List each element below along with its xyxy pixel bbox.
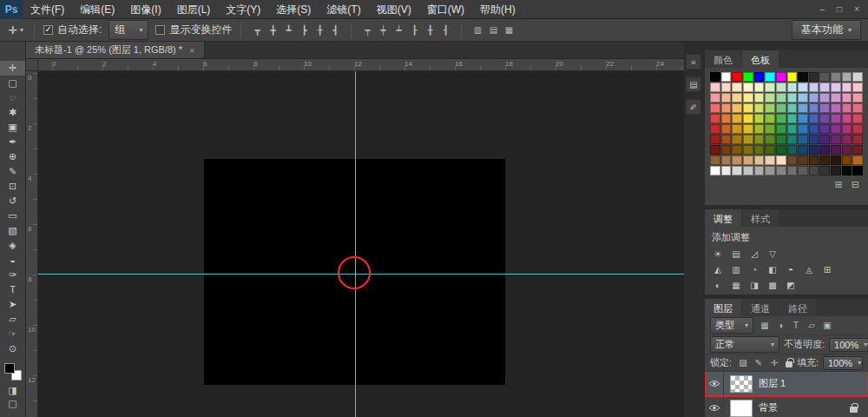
properties-panel-icon[interactable]: ✐ bbox=[686, 99, 701, 115]
color-swatch[interactable] bbox=[743, 156, 753, 165]
distribute-left-edges-icon[interactable]: ┠ bbox=[407, 23, 421, 37]
color-swatch[interactable] bbox=[754, 135, 765, 144]
shape-filter-icon[interactable]: ▱ bbox=[805, 319, 819, 333]
color-swatch[interactable] bbox=[776, 166, 786, 175]
gradient-map-icon[interactable]: ▩ bbox=[765, 279, 780, 292]
align-left-edges-icon[interactable]: ┣ bbox=[297, 23, 311, 37]
color-swatch[interactable] bbox=[809, 145, 819, 155]
color-swatch[interactable] bbox=[798, 145, 808, 155]
distribute-bottom-edges-icon[interactable]: ┷ bbox=[391, 23, 405, 37]
distribute-vertical-centers-icon[interactable]: ┿ bbox=[376, 23, 390, 37]
selective-color-icon[interactable]: ◩ bbox=[783, 279, 799, 292]
lock-transparent-pixels-icon[interactable]: ▨ bbox=[736, 356, 750, 370]
color-swatch[interactable] bbox=[819, 156, 830, 165]
color-swatch[interactable] bbox=[732, 103, 742, 113]
color-swatch[interactable] bbox=[787, 156, 798, 165]
marquee-tool[interactable]: ▢ bbox=[0, 76, 25, 90]
type-filter-icon[interactable]: T bbox=[789, 319, 803, 333]
color-swatch[interactable] bbox=[798, 156, 808, 165]
color-swatch[interactable] bbox=[852, 72, 863, 82]
checkbox-box[interactable]: ✓ bbox=[43, 25, 53, 35]
color-swatch[interactable] bbox=[842, 114, 852, 123]
color-swatch[interactable] bbox=[809, 135, 819, 144]
history-panel-icon[interactable]: ▤ bbox=[686, 76, 701, 92]
color-swatch[interactable] bbox=[732, 72, 742, 82]
color-swatch[interactable] bbox=[787, 83, 798, 92]
tab-layers[interactable]: 图层 bbox=[705, 299, 741, 316]
color-swatch[interactable] bbox=[819, 93, 830, 103]
color-swatch[interactable] bbox=[732, 83, 742, 92]
auto-align-layers-icon[interactable]: ▦ bbox=[502, 23, 516, 37]
foreground-background-colors[interactable] bbox=[4, 363, 22, 381]
fill-dropdown[interactable]: 100% ▾ bbox=[823, 356, 863, 370]
tab-styles[interactable]: 样式 bbox=[742, 209, 779, 227]
layer-thumbnail[interactable] bbox=[730, 400, 753, 417]
color-swatch[interactable] bbox=[732, 135, 742, 144]
color-swatch[interactable] bbox=[819, 135, 830, 144]
color-swatch[interactable] bbox=[710, 166, 720, 175]
color-swatch[interactable] bbox=[743, 166, 753, 175]
color-swatch[interactable] bbox=[842, 166, 852, 175]
color-swatch[interactable] bbox=[831, 72, 841, 82]
canvas-area[interactable]: 024681012141618202224 024681012 bbox=[26, 59, 684, 417]
menu-item[interactable]: 窗口(W) bbox=[419, 0, 472, 18]
healing-brush-tool[interactable]: ⊕ bbox=[0, 149, 25, 164]
lasso-tool[interactable]: ◌ bbox=[0, 90, 25, 105]
color-swatch[interactable] bbox=[776, 72, 786, 82]
color-swatch[interactable] bbox=[798, 166, 808, 175]
layer-filter-type-dropdown[interactable]: 类型 ▾ bbox=[710, 317, 753, 334]
color-swatch[interactable] bbox=[787, 114, 798, 123]
color-swatch[interactable] bbox=[732, 124, 742, 134]
color-swatch[interactable] bbox=[852, 93, 863, 103]
minimize-button[interactable]: – bbox=[820, 0, 825, 19]
distribute-top-edges-icon[interactable]: ┯ bbox=[360, 23, 374, 37]
gradient-tool[interactable]: ▧ bbox=[0, 223, 25, 238]
color-swatch[interactable] bbox=[721, 93, 732, 103]
color-swatch[interactable] bbox=[721, 156, 732, 165]
photo-filter-icon[interactable]: ◓ bbox=[783, 263, 799, 276]
color-swatch[interactable] bbox=[852, 83, 863, 92]
color-swatch[interactable] bbox=[842, 83, 852, 92]
color-swatch[interactable] bbox=[787, 145, 798, 155]
lock-position-icon[interactable]: ✛ bbox=[767, 356, 781, 370]
color-swatch[interactable] bbox=[754, 156, 765, 165]
color-swatch[interactable] bbox=[852, 166, 863, 175]
color-swatch[interactable] bbox=[710, 83, 720, 92]
ruler-origin[interactable] bbox=[26, 59, 38, 71]
menu-item[interactable]: 帮助(H) bbox=[472, 0, 523, 18]
color-swatch[interactable] bbox=[798, 135, 808, 144]
color-swatch[interactable] bbox=[831, 166, 841, 175]
align-vertical-centers-icon[interactable]: ╋ bbox=[266, 23, 279, 37]
current-tool-preset[interactable]: ✛ ▾ bbox=[7, 25, 25, 36]
vertical-ruler[interactable]: 024681012 bbox=[26, 71, 38, 417]
lock-image-pixels-icon[interactable]: ✎ bbox=[752, 356, 766, 370]
color-swatch[interactable] bbox=[743, 93, 753, 103]
color-swatch[interactable] bbox=[842, 93, 852, 103]
menu-item[interactable]: 文件(F) bbox=[23, 0, 72, 18]
color-swatch[interactable] bbox=[765, 145, 775, 155]
adjustment-filter-icon[interactable]: ◑ bbox=[773, 319, 787, 333]
color-swatch[interactable] bbox=[798, 103, 808, 113]
color-swatch[interactable] bbox=[765, 93, 775, 103]
delete-swatch-icon[interactable]: ⊟ bbox=[852, 179, 859, 190]
color-swatch[interactable] bbox=[831, 124, 841, 134]
distribute-horizontal-centers-icon[interactable]: ╂ bbox=[423, 23, 437, 37]
workspace-switcher[interactable]: 基本功能 ▾ bbox=[792, 20, 861, 40]
color-swatch[interactable] bbox=[819, 114, 830, 123]
color-swatch[interactable] bbox=[743, 83, 753, 92]
color-swatch[interactable] bbox=[819, 145, 830, 155]
color-swatch[interactable] bbox=[710, 114, 720, 123]
color-swatch[interactable] bbox=[743, 135, 753, 144]
color-swatch[interactable] bbox=[809, 72, 819, 82]
hue-saturation-icon[interactable]: ▥ bbox=[728, 263, 744, 276]
color-swatch[interactable] bbox=[842, 135, 852, 144]
color-swatch[interactable] bbox=[852, 156, 863, 165]
color-swatch[interactable] bbox=[743, 103, 753, 113]
checkbox-box[interactable]: ✓ bbox=[155, 25, 165, 35]
color-swatch[interactable] bbox=[776, 145, 786, 155]
brush-tool[interactable]: ✎ bbox=[0, 164, 25, 179]
exposure-icon[interactable]: ▽ bbox=[765, 248, 780, 261]
visibility-toggle[interactable] bbox=[705, 396, 724, 417]
color-swatch[interactable] bbox=[765, 166, 775, 175]
quick-selection-tool[interactable]: ✱ bbox=[0, 105, 25, 120]
